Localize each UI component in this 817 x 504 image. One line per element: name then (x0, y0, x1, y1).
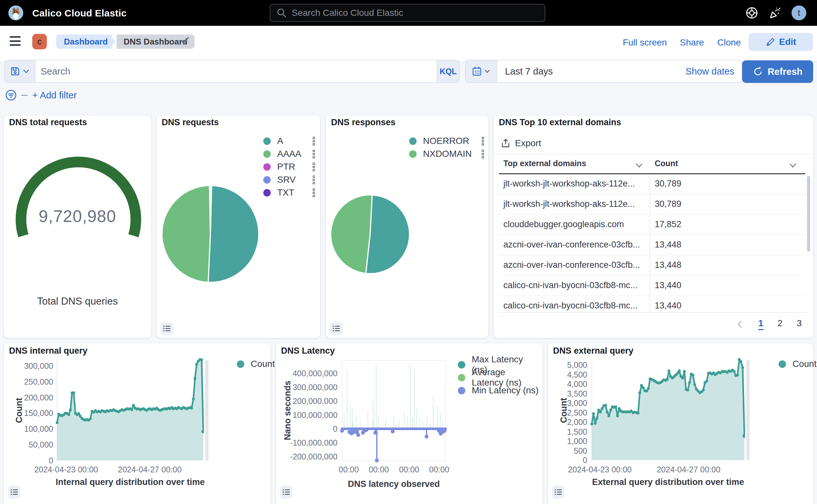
legend-label: SRV (277, 175, 296, 185)
panel-title: DNS requests (162, 117, 219, 127)
query-search-bar[interactable]: Search KQL (4, 60, 460, 83)
legend-item[interactable]: Min Latency (ns) (458, 384, 539, 397)
panel-title: DNS total requests (9, 117, 87, 127)
page-3[interactable]: 3 (797, 318, 802, 330)
legend-item[interactable]: Count (237, 358, 267, 370)
panel-legend-toggle[interactable] (8, 486, 21, 499)
pencil-icon (766, 37, 775, 47)
help-button[interactable] (745, 6, 759, 20)
kql-button[interactable]: KQL (437, 60, 459, 82)
legend: AAAAAPTRSRVTXT (263, 135, 315, 199)
edit-button[interactable]: Edit (749, 33, 813, 51)
legend-dot (263, 176, 271, 184)
column-divider (650, 174, 650, 312)
chevron-down-icon (23, 68, 30, 75)
app-title: Calico Cloud Elastic (32, 8, 126, 19)
legend-dot (263, 150, 271, 158)
legend-item[interactable]: NXDOMAIN (409, 147, 484, 160)
table-scrollbar[interactable] (807, 176, 810, 252)
legend-label: Min Latency (ns) (472, 385, 539, 396)
legend-item[interactable]: A (263, 135, 315, 147)
legend-actions-icon[interactable] (313, 137, 315, 146)
table-cell-domain: azcni-over-ivan-conference-03cfb... (503, 240, 640, 250)
add-filter-button[interactable]: + Add filter (32, 90, 77, 101)
table-cell-domain: azcni-over-ivan-conference-03cfb... (503, 260, 640, 270)
legend-item[interactable]: PTR (263, 160, 315, 173)
legend-dot (237, 360, 244, 368)
legend-dot (458, 374, 465, 381)
menu-button[interactable] (10, 36, 21, 46)
legend-label: NXDOMAIN (423, 149, 472, 159)
global-search-placeholder: Search Calico Cloud Elastic (292, 8, 403, 18)
table-cell-domain: clouddebugger.googleapis.com (503, 219, 624, 229)
global-search-input[interactable]: Search Calico Cloud Elastic (270, 4, 545, 22)
space-badge[interactable]: c (32, 34, 47, 49)
table-cell-domain: jlt-worksh-jlt-workshop-aks-112e... (503, 179, 635, 189)
check-icon[interactable] (180, 35, 190, 45)
refresh-button[interactable]: Refresh (742, 60, 813, 83)
legend-item[interactable]: TXT (263, 186, 315, 199)
chevron-down-icon[interactable] (789, 161, 797, 170)
row-separator (499, 296, 805, 296)
gauge-caption: Total DNS queries (4, 296, 151, 307)
search-icon (276, 7, 287, 18)
column-header-domains[interactable]: Top external domains (503, 159, 586, 168)
column-header-count[interactable]: Count (655, 159, 678, 168)
panel-dns-internal-query[interactable] (4, 343, 270, 504)
legend-dot (779, 360, 786, 368)
row-separator (499, 235, 805, 235)
panel-legend-toggle[interactable] (552, 486, 565, 499)
share-link[interactable]: Share (680, 37, 704, 48)
panel-title: DNS Top 10 external domains (499, 117, 621, 127)
panel-legend-toggle[interactable] (160, 322, 173, 335)
user-avatar[interactable]: t (792, 5, 806, 20)
panel-dns-external-query[interactable] (548, 343, 813, 504)
legend-actions-icon[interactable] (313, 163, 315, 171)
row-separator (499, 275, 805, 276)
panel-legend-toggle[interactable] (280, 486, 293, 499)
legend-actions-icon[interactable] (482, 150, 484, 158)
chevron-down-icon[interactable] (635, 161, 643, 170)
legend-label: TXT (277, 187, 294, 198)
legend-item[interactable]: Average Latency (ns) (458, 371, 539, 384)
export-button[interactable]: Export (501, 138, 541, 148)
legend-item[interactable]: SRV (263, 173, 315, 186)
chevron-left-icon[interactable] (736, 320, 744, 328)
party-popper-icon (769, 6, 782, 20)
table-cell-count: 13,440 (655, 301, 681, 311)
filter-bar: + Add filter (5, 89, 77, 101)
legend-actions-icon[interactable] (482, 137, 484, 146)
space-initial: c (37, 37, 42, 47)
panel-legend-toggle[interactable] (330, 322, 343, 335)
legend-item[interactable]: AAAA (263, 147, 315, 160)
legend-actions-icon[interactable] (313, 188, 315, 197)
clone-link[interactable]: Clone (717, 37, 741, 48)
legend-label: NOERROR (423, 136, 469, 146)
calico-logo[interactable] (8, 5, 23, 20)
full-screen-link[interactable]: Full screen (623, 37, 667, 48)
legend-actions-icon[interactable] (313, 150, 315, 158)
breadcrumb-dashboard[interactable]: Dashboard (56, 35, 112, 49)
legend: Count (237, 358, 267, 370)
table-cell-domain: calico-cni-ivan-byocni-03cfb8-mc... (503, 280, 638, 290)
page-1[interactable]: 1 (758, 318, 763, 330)
panel-title: DNS responses (331, 117, 396, 127)
legend-label: PTR (277, 162, 295, 172)
whats-new-button[interactable] (768, 6, 782, 20)
legend-item[interactable]: NOERROR (409, 135, 484, 147)
gauge-value: 9,720,980 (4, 207, 151, 226)
date-picker[interactable]: Last 7 days Show dates (465, 60, 742, 83)
export-icon (501, 138, 510, 148)
page-2[interactable]: 2 (778, 318, 783, 330)
divider (494, 154, 813, 154)
legend-actions-icon[interactable] (313, 176, 315, 184)
legend: Count (779, 358, 809, 370)
saved-query-menu[interactable] (5, 60, 35, 82)
pagination: 123 (736, 318, 817, 330)
calendar-menu[interactable] (466, 60, 497, 82)
legend-item[interactable]: Count (779, 358, 809, 370)
show-dates-link[interactable]: Show dates (685, 66, 734, 77)
filter-icon[interactable] (5, 89, 17, 101)
table-cell-domain: calico-cni-ivan-byocni-03cfb8-mc... (503, 301, 638, 311)
table-header-border (499, 173, 805, 174)
